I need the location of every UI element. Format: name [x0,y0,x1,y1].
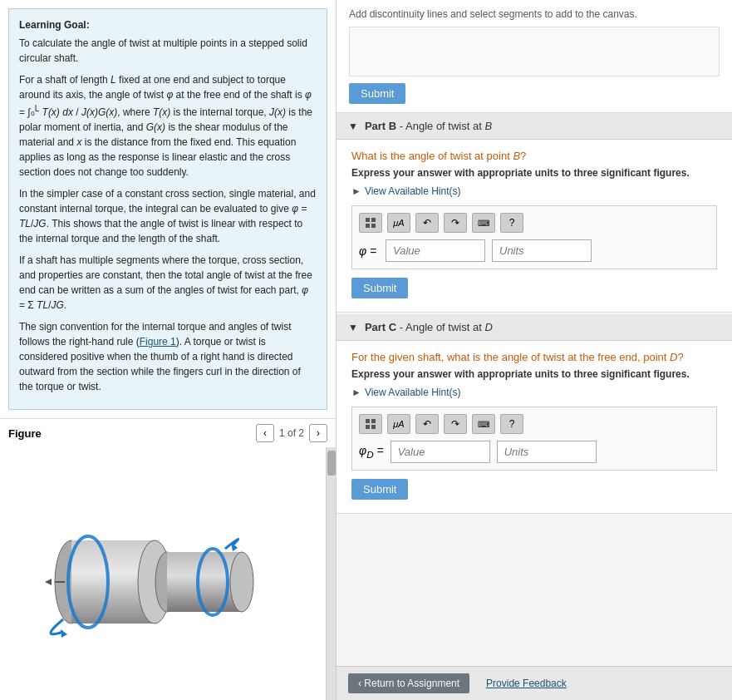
top-submit-btn[interactable]: Submit [349,83,405,104]
learning-goal-para5: The sign convention for the internal tor… [19,319,317,394]
part-c-hint-link[interactable]: ► View Available Hint(s) [351,387,717,398]
part-c-section: ▼ Part C - Angle of twist at D For the g… [337,314,732,514]
part-c-mu-icon[interactable]: μA [387,414,410,434]
top-area: Add discontinuity lines and select segme… [337,0,732,113]
part-c-units-input[interactable] [497,441,597,463]
part-c-toolbar: μA ↶ ↷ ⌨ ? [359,414,710,434]
part-c-submit-btn[interactable]: Submit [351,479,408,500]
part-c-phi-label: φD = [359,444,384,460]
part-c-instruction: Express your answer with appropriate uni… [351,368,717,380]
part-b-toolbar: μA ↶ ↷ ⌨ ? [359,213,710,233]
part-b-header[interactable]: ▼ Part B - Angle of twist at B [337,113,732,140]
part-c-header[interactable]: ▼ Part C - Angle of twist at D [337,314,732,341]
right-panel: Add discontinuity lines and select segme… [337,0,732,700]
svg-point-5 [230,552,253,612]
part-b-section: ▼ Part B - Angle of twist at B What is t… [337,113,732,313]
part-c-help-icon[interactable]: ? [500,414,523,434]
part-b-hint-arrow: ► [351,185,361,197]
part-c-label: Part C - Angle of twist at D [365,321,493,333]
svg-rect-19 [371,425,376,429]
part-c-keyboard-icon[interactable]: ⌨ [472,414,495,434]
part-b-mu-icon[interactable]: μA [387,213,410,233]
svg-marker-11 [45,579,52,585]
svg-rect-17 [371,419,376,423]
part-c-input-row: φD = [359,441,710,463]
part-b-submit-btn[interactable]: Submit [351,278,408,298]
return-to-assignment-btn[interactable]: ‹ Return to Assignment [348,673,469,693]
figure-canvas [0,447,326,700]
part-b-instruction: Express your answer with appropriate uni… [351,167,717,179]
part-c-question: For the given shaft, what is the angle o… [351,351,717,363]
part-b-hint-text: View Available Hint(s) [365,185,461,197]
figure-nav: ‹ 1 of 2 › [256,424,327,442]
learning-goal-para1: To calculate the angle of twist at multi… [19,36,317,66]
provide-feedback-link[interactable]: Provide Feedback [486,678,567,689]
part-b-label: Part B - Angle of twist at B [365,120,492,132]
svg-rect-18 [366,425,370,429]
parts-area: ▼ Part B - Angle of twist at B What is t… [337,113,732,515]
spacer [337,515,732,666]
left-panel: Learning Goal: To calculate the angle of… [0,0,337,700]
figure-next-btn[interactable]: › [309,424,327,442]
part-c-hint-arrow: ► [351,387,361,398]
part-b-help-icon[interactable]: ? [500,213,523,233]
part-c-content: For the given shaft, what is the angle o… [337,341,732,513]
svg-rect-12 [366,218,370,222]
figure-scrollbar[interactable] [326,447,336,700]
part-b-answer-box: μA ↶ ↷ ⌨ ? φ = [351,205,717,269]
part-c-value-input[interactable] [391,441,490,463]
part-c-arrow: ▼ [348,322,358,333]
figure-svg [13,503,312,644]
svg-marker-7 [61,629,67,638]
part-b-units-input[interactable] [492,239,592,262]
part-b-phi-label: φ = [359,244,379,258]
figure-title: Figure [8,427,42,440]
part-b-redo-icon[interactable]: ↷ [444,213,467,233]
part-c-undo-icon[interactable]: ↶ [415,414,439,434]
learning-goal-para4: If a shaft has multiple segments where t… [19,253,317,313]
learning-goal-title: Learning Goal: [19,17,317,32]
part-b-arrow: ▼ [348,121,358,132]
figure1-link[interactable]: Figure 1 [140,336,176,348]
figure-page: 1 of 2 [279,427,304,439]
part-b-input-row: φ = [359,239,710,262]
part-b-hint-link[interactable]: ► View Available Hint(s) [351,185,717,197]
bottom-bar: ‹ Return to Assignment Provide Feedback [337,666,732,700]
svg-rect-16 [366,419,370,423]
part-c-answer-box: μA ↶ ↷ ⌨ ? φD = [351,407,717,471]
part-c-hint-text: View Available Hint(s) [365,387,461,398]
svg-rect-13 [371,218,376,222]
canvas-placeholder [349,27,720,76]
svg-rect-14 [366,224,370,228]
figure-prev-btn[interactable]: ‹ [256,424,274,442]
part-b-value-input[interactable] [386,239,485,262]
part-b-grid-icon[interactable] [359,213,382,233]
part-b-content: What is the angle of twist at point B? E… [337,140,732,312]
learning-goal-para2: For a shaft of length L fixed at one end… [19,72,317,180]
add-discontinuity-text: Add discontinuity lines and select segme… [349,8,720,20]
svg-rect-15 [371,224,376,228]
figure-area: Figure ‹ 1 of 2 › [0,418,336,700]
part-c-grid-icon[interactable] [359,414,382,434]
learning-goal-para3: In the simpler case of a constant cross … [19,186,317,246]
figure-header: Figure ‹ 1 of 2 › [0,418,336,447]
part-b-undo-icon[interactable]: ↶ [415,213,439,233]
part-b-question: What is the angle of twist at point B? [351,150,717,162]
part-c-redo-icon[interactable]: ↷ [444,414,467,434]
part-b-keyboard-icon[interactable]: ⌨ [472,213,495,233]
learning-goal-box: Learning Goal: To calculate the angle of… [8,8,327,410]
